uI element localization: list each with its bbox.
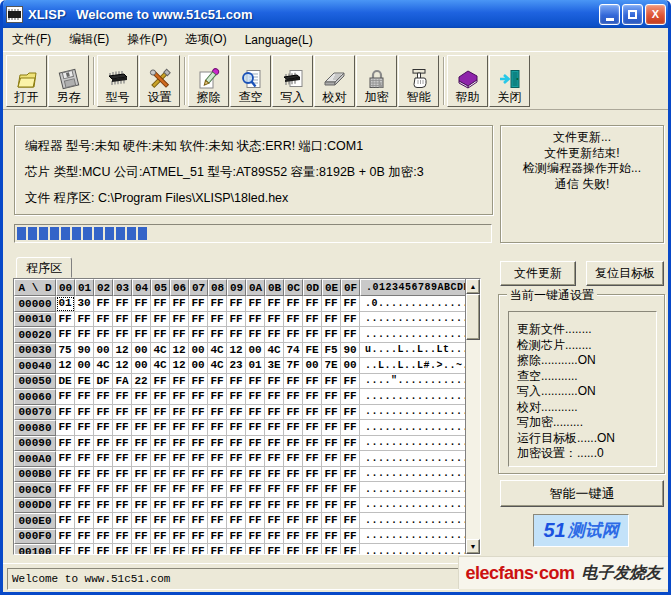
- hex-byte-cell[interactable]: FF: [151, 405, 170, 421]
- hex-byte-cell[interactable]: FF: [94, 312, 113, 328]
- hex-byte-cell[interactable]: FF: [151, 451, 170, 467]
- hex-byte-cell[interactable]: FF: [341, 420, 360, 436]
- hex-byte-cell[interactable]: FF: [56, 467, 75, 483]
- hex-byte-cell[interactable]: FF: [227, 436, 246, 452]
- hex-byte-cell[interactable]: FF: [284, 420, 303, 436]
- hex-byte-cell[interactable]: FF: [284, 327, 303, 343]
- hex-byte-cell[interactable]: FF: [56, 420, 75, 436]
- toolbar-button-settings[interactable]: 设置: [139, 55, 180, 107]
- hex-byte-cell[interactable]: FF: [189, 327, 208, 343]
- hex-byte-cell[interactable]: FF: [151, 296, 170, 312]
- reset-target-button[interactable]: 复位目标板: [586, 261, 664, 286]
- hex-byte-cell[interactable]: FF: [56, 327, 75, 343]
- menu-item[interactable]: Language(L): [236, 30, 322, 50]
- hex-byte-cell[interactable]: FF: [322, 374, 341, 390]
- hex-byte-cell[interactable]: FF: [208, 405, 227, 421]
- hex-byte-cell[interactable]: FF: [132, 312, 151, 328]
- hex-byte-cell[interactable]: FF: [189, 467, 208, 483]
- hex-byte-cell[interactable]: FF: [189, 544, 208, 554]
- toolbar-button-model[interactable]: 型号: [97, 55, 138, 107]
- hex-byte-cell[interactable]: 4C: [208, 343, 227, 359]
- hex-byte-cell[interactable]: FF: [246, 451, 265, 467]
- hex-byte-cell[interactable]: FF: [151, 312, 170, 328]
- hex-byte-cell[interactable]: FF: [303, 544, 322, 554]
- hex-byte-cell[interactable]: FF: [170, 389, 189, 405]
- hex-byte-cell[interactable]: FF: [94, 327, 113, 343]
- hex-byte-cell[interactable]: FF: [151, 436, 170, 452]
- hex-byte-cell[interactable]: FF: [341, 405, 360, 421]
- hex-byte-cell[interactable]: FF: [113, 513, 132, 529]
- hex-byte-cell[interactable]: FF: [75, 467, 94, 483]
- hex-byte-cell[interactable]: 12: [170, 343, 189, 359]
- hex-byte-cell[interactable]: 4C: [265, 343, 284, 359]
- hex-byte-cell[interactable]: FF: [170, 498, 189, 514]
- hex-byte-cell[interactable]: 74: [284, 343, 303, 359]
- hex-byte-cell[interactable]: 00: [94, 343, 113, 359]
- hex-byte-cell[interactable]: FF: [265, 482, 284, 498]
- hex-byte-cell[interactable]: F5: [322, 343, 341, 359]
- hex-byte-cell[interactable]: 75: [56, 343, 75, 359]
- hex-byte-cell[interactable]: FF: [113, 482, 132, 498]
- hex-byte-cell[interactable]: FF: [189, 529, 208, 545]
- hex-byte-cell[interactable]: FF: [132, 498, 151, 514]
- hex-byte-cell[interactable]: FF: [246, 467, 265, 483]
- hex-byte-cell[interactable]: FF: [94, 436, 113, 452]
- scroll-down-icon[interactable]: ▼: [466, 539, 480, 554]
- hex-byte-cell[interactable]: FF: [151, 467, 170, 483]
- hex-byte-cell[interactable]: FF: [265, 420, 284, 436]
- hex-byte-cell[interactable]: FF: [151, 389, 170, 405]
- hex-byte-cell[interactable]: FF: [284, 451, 303, 467]
- hex-byte-cell[interactable]: FF: [132, 451, 151, 467]
- hex-byte-cell[interactable]: FF: [284, 467, 303, 483]
- file-update-button[interactable]: 文件更新: [500, 261, 576, 286]
- hex-byte-cell[interactable]: 00: [303, 358, 322, 374]
- hex-byte-cell[interactable]: FF: [132, 513, 151, 529]
- hex-byte-cell[interactable]: FF: [132, 467, 151, 483]
- hex-byte-cell[interactable]: DF: [94, 374, 113, 390]
- hex-byte-cell[interactable]: FF: [94, 513, 113, 529]
- hex-byte-cell[interactable]: 00: [341, 358, 360, 374]
- hex-byte-cell[interactable]: FF: [341, 296, 360, 312]
- toolbar-button-save-as[interactable]: 另存: [48, 55, 89, 107]
- hex-byte-cell[interactable]: FF: [75, 451, 94, 467]
- hex-byte-cell[interactable]: FF: [284, 544, 303, 554]
- hex-byte-cell[interactable]: FF: [56, 498, 75, 514]
- hex-byte-cell[interactable]: FF: [132, 327, 151, 343]
- toolbar-button-exit[interactable]: 关闭: [489, 55, 530, 107]
- hex-byte-cell[interactable]: 90: [75, 343, 94, 359]
- hex-byte-cell[interactable]: 4C: [94, 358, 113, 374]
- hex-byte-cell[interactable]: FF: [227, 529, 246, 545]
- hex-byte-cell[interactable]: DE: [56, 374, 75, 390]
- hex-byte-cell[interactable]: FF: [246, 498, 265, 514]
- hex-byte-cell[interactable]: FF: [75, 389, 94, 405]
- hex-byte-cell[interactable]: FF: [113, 296, 132, 312]
- hex-byte-cell[interactable]: FF: [170, 327, 189, 343]
- toolbar-button-smart[interactable]: 智能: [398, 55, 439, 107]
- hex-byte-cell[interactable]: FF: [208, 544, 227, 554]
- hex-byte-cell[interactable]: FF: [208, 513, 227, 529]
- tab-program-area[interactable]: 程序区: [16, 257, 72, 278]
- hex-byte-cell[interactable]: FF: [56, 312, 75, 328]
- hex-byte-cell[interactable]: FE: [303, 343, 322, 359]
- hex-byte-cell[interactable]: FF: [208, 389, 227, 405]
- hex-byte-cell[interactable]: FF: [303, 374, 322, 390]
- close-button[interactable]: X: [645, 4, 666, 25]
- hex-byte-cell[interactable]: FF: [265, 312, 284, 328]
- hex-byte-cell[interactable]: FF: [303, 420, 322, 436]
- hex-byte-cell[interactable]: FF: [189, 312, 208, 328]
- hex-byte-cell[interactable]: FF: [151, 327, 170, 343]
- hex-byte-cell[interactable]: FF: [303, 467, 322, 483]
- hex-byte-cell[interactable]: FF: [265, 374, 284, 390]
- toolbar-button-encrypt[interactable]: 加密: [356, 55, 397, 107]
- hex-byte-cell[interactable]: FF: [132, 482, 151, 498]
- hex-byte-cell[interactable]: FF: [151, 420, 170, 436]
- hex-byte-cell[interactable]: 12: [113, 358, 132, 374]
- hex-byte-cell[interactable]: 00: [132, 358, 151, 374]
- hex-byte-cell[interactable]: FF: [227, 513, 246, 529]
- hex-byte-cell[interactable]: FF: [189, 389, 208, 405]
- hex-byte-cell[interactable]: FF: [132, 389, 151, 405]
- hex-byte-cell[interactable]: FF: [56, 436, 75, 452]
- hex-byte-cell[interactable]: FF: [322, 436, 341, 452]
- hex-byte-cell[interactable]: FF: [75, 498, 94, 514]
- maximize-button[interactable]: [622, 4, 643, 25]
